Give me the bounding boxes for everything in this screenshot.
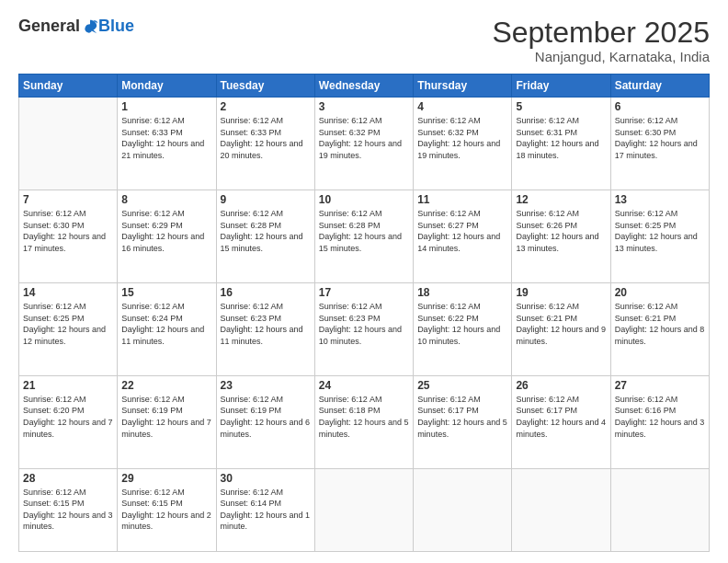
day-info: Sunrise: 6:12 AMSunset: 6:30 PMDaylight:… [23,209,106,253]
day-info: Sunrise: 6:12 AMSunset: 6:23 PMDaylight:… [221,302,303,346]
table-row: 28Sunrise: 6:12 AMSunset: 6:15 PMDayligh… [19,468,118,551]
day-number: 12 [516,193,606,206]
day-number: 24 [319,379,409,392]
page: General Blue September 2025 Nanjangud, K… [0,0,728,563]
table-row: 6Sunrise: 6:12 AMSunset: 6:30 PMDaylight… [610,98,709,190]
day-info: Sunrise: 6:12 AMSunset: 6:16 PMDaylight:… [615,395,705,439]
day-number: 15 [121,286,211,299]
day-number: 23 [221,379,311,392]
day-info: Sunrise: 6:12 AMSunset: 6:19 PMDaylight:… [221,395,311,439]
day-info: Sunrise: 6:12 AMSunset: 6:18 PMDaylight:… [319,395,409,439]
day-number: 25 [417,379,507,392]
day-number: 16 [221,286,311,299]
title-block: September 2025 Nanjangud, Karnataka, Ind… [492,17,710,64]
location: Nanjangud, Karnataka, India [492,49,710,64]
table-row: 29Sunrise: 6:12 AMSunset: 6:15 PMDayligh… [118,468,216,551]
day-info: Sunrise: 6:12 AMSunset: 6:25 PMDaylight:… [23,302,106,346]
day-info: Sunrise: 6:12 AMSunset: 6:33 PMDaylight:… [121,116,204,160]
col-wednesday: Wednesday [314,75,413,98]
table-row: 23Sunrise: 6:12 AMSunset: 6:19 PMDayligh… [216,375,314,468]
logo-text: General Blue [18,17,134,36]
day-info: Sunrise: 6:12 AMSunset: 6:19 PMDaylight:… [121,395,211,439]
col-saturday: Saturday [610,75,709,98]
day-number: 8 [121,193,211,206]
table-row: 22Sunrise: 6:12 AMSunset: 6:19 PMDayligh… [118,375,216,468]
day-info: Sunrise: 6:12 AMSunset: 6:21 PMDaylight:… [516,302,606,346]
day-number: 6 [615,100,705,113]
day-info: Sunrise: 6:12 AMSunset: 6:17 PMDaylight:… [516,395,606,439]
day-info: Sunrise: 6:12 AMSunset: 6:31 PMDaylight:… [516,116,598,160]
day-info: Sunrise: 6:12 AMSunset: 6:29 PMDaylight:… [121,209,204,253]
table-row: 9Sunrise: 6:12 AMSunset: 6:28 PMDaylight… [216,190,314,283]
day-info: Sunrise: 6:12 AMSunset: 6:28 PMDaylight:… [221,209,303,253]
day-number: 22 [121,379,211,392]
table-row: 4Sunrise: 6:12 AMSunset: 6:32 PMDaylight… [414,98,512,190]
table-row: 15Sunrise: 6:12 AMSunset: 6:24 PMDayligh… [118,282,216,375]
header: General Blue September 2025 Nanjangud, K… [18,17,710,64]
day-number: 27 [615,379,705,392]
table-row [512,468,610,551]
col-thursday: Thursday [414,75,512,98]
month-title: September 2025 [492,17,710,49]
day-info: Sunrise: 6:12 AMSunset: 6:25 PMDaylight:… [615,209,698,253]
col-friday: Friday [512,75,610,98]
logo: General Blue [18,17,134,36]
table-row: 2Sunrise: 6:12 AMSunset: 6:33 PMDaylight… [216,98,314,190]
day-info: Sunrise: 6:12 AMSunset: 6:20 PMDaylight:… [23,395,113,439]
day-info: Sunrise: 6:12 AMSunset: 6:22 PMDaylight:… [417,302,500,346]
day-number: 4 [417,100,507,113]
logo-general: General [18,17,80,36]
table-row: 24Sunrise: 6:12 AMSunset: 6:18 PMDayligh… [314,375,413,468]
table-row: 14Sunrise: 6:12 AMSunset: 6:25 PMDayligh… [19,282,118,375]
table-row: 16Sunrise: 6:12 AMSunset: 6:23 PMDayligh… [216,282,314,375]
day-info: Sunrise: 6:12 AMSunset: 6:17 PMDaylight:… [417,395,507,439]
table-row: 1Sunrise: 6:12 AMSunset: 6:33 PMDaylight… [118,98,216,190]
table-row: 13Sunrise: 6:12 AMSunset: 6:25 PMDayligh… [610,190,709,283]
day-number: 30 [221,472,311,485]
day-info: Sunrise: 6:12 AMSunset: 6:32 PMDaylight:… [417,116,500,160]
table-row: 11Sunrise: 6:12 AMSunset: 6:27 PMDayligh… [414,190,512,283]
day-number: 20 [615,286,705,299]
col-monday: Monday [118,75,216,98]
col-tuesday: Tuesday [216,75,314,98]
logo-bird-icon [82,18,98,35]
col-sunday: Sunday [19,75,118,98]
table-row [414,468,512,551]
table-row: 12Sunrise: 6:12 AMSunset: 6:26 PMDayligh… [512,190,610,283]
table-row: 20Sunrise: 6:12 AMSunset: 6:21 PMDayligh… [610,282,709,375]
day-info: Sunrise: 6:12 AMSunset: 6:24 PMDaylight:… [121,302,204,346]
table-row [610,468,709,551]
day-number: 19 [516,286,606,299]
table-row [314,468,413,551]
day-number: 29 [121,472,211,485]
table-row: 5Sunrise: 6:12 AMSunset: 6:31 PMDaylight… [512,98,610,190]
calendar: Sunday Monday Tuesday Wednesday Thursday… [18,74,710,552]
table-row: 26Sunrise: 6:12 AMSunset: 6:17 PMDayligh… [512,375,610,468]
day-info: Sunrise: 6:12 AMSunset: 6:32 PMDaylight:… [319,116,402,160]
day-number: 9 [221,193,311,206]
day-info: Sunrise: 6:12 AMSunset: 6:15 PMDaylight:… [23,488,113,532]
logo-blue: Blue [98,17,134,36]
table-row: 19Sunrise: 6:12 AMSunset: 6:21 PMDayligh… [512,282,610,375]
table-row: 10Sunrise: 6:12 AMSunset: 6:28 PMDayligh… [314,190,413,283]
day-number: 13 [615,193,705,206]
table-row [19,98,118,190]
day-info: Sunrise: 6:12 AMSunset: 6:26 PMDaylight:… [516,209,598,253]
table-row: 8Sunrise: 6:12 AMSunset: 6:29 PMDaylight… [118,190,216,283]
day-info: Sunrise: 6:12 AMSunset: 6:27 PMDaylight:… [417,209,500,253]
day-number: 18 [417,286,507,299]
day-number: 14 [23,286,113,299]
day-info: Sunrise: 6:12 AMSunset: 6:14 PMDaylight:… [221,488,311,532]
table-row: 18Sunrise: 6:12 AMSunset: 6:22 PMDayligh… [414,282,512,375]
table-row: 3Sunrise: 6:12 AMSunset: 6:32 PMDaylight… [314,98,413,190]
day-number: 3 [319,100,409,113]
day-info: Sunrise: 6:12 AMSunset: 6:15 PMDaylight:… [121,488,211,532]
day-number: 28 [23,472,113,485]
day-number: 10 [319,193,409,206]
day-number: 17 [319,286,409,299]
day-number: 1 [121,100,211,113]
table-row: 27Sunrise: 6:12 AMSunset: 6:16 PMDayligh… [610,375,709,468]
day-number: 2 [221,100,311,113]
day-info: Sunrise: 6:12 AMSunset: 6:21 PMDaylight:… [615,302,705,346]
day-number: 26 [516,379,606,392]
